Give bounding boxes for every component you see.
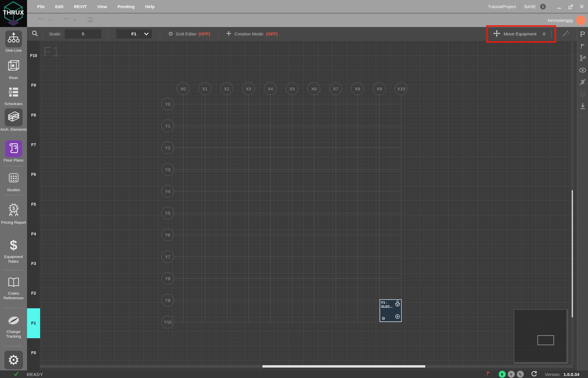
- redo-dropdown-icon[interactable]: [73, 18, 77, 23]
- floor-selector-dropdown[interactable]: F1: [116, 29, 152, 39]
- minimap-viewport[interactable]: [537, 335, 554, 345]
- eye-icon[interactable]: [578, 66, 587, 74]
- power-off-icon[interactable]: [517, 371, 524, 378]
- x-axis-bubble-x4[interactable]: X4: [264, 82, 277, 95]
- sidebar-item-change-tracking[interactable]: Change Tracking: [0, 313, 27, 339]
- menu-item-revit[interactable]: REVIT: [74, 4, 87, 9]
- floor-label-f8[interactable]: F8: [27, 113, 40, 117]
- sidebar-item-settings[interactable]: ⚙: [0, 351, 27, 369]
- horizontal-scrollbar-thumb[interactable]: [262, 365, 425, 368]
- y-axis-bubble-y8[interactable]: Y8: [161, 272, 174, 285]
- y-axis-bubble-y5[interactable]: Y5: [161, 207, 174, 219]
- x-axis-bubble-x5[interactable]: X5: [286, 82, 299, 95]
- y-axis-bubble-y10[interactable]: Y10: [161, 316, 174, 328]
- menu-item-edit[interactable]: Edit: [55, 4, 63, 9]
- floor-label-f7[interactable]: F7: [27, 142, 40, 147]
- floor-label-f6[interactable]: F6: [27, 172, 40, 177]
- y-axis-bubble-y6[interactable]: Y6: [161, 228, 174, 241]
- horizontal-scrollbar[interactable]: [40, 365, 573, 368]
- equipment-node[interactable]: F1 - ELEC... ⚙: [380, 299, 402, 322]
- sidebar-item-studies[interactable]: Studies: [0, 170, 27, 192]
- no-cost-icon[interactable]: $: [578, 78, 587, 86]
- sidebar-item-schedules[interactable]: Schedules: [0, 84, 27, 106]
- flag-icon[interactable]: [578, 42, 587, 51]
- y-axis-bubble-y7[interactable]: Y7: [161, 250, 174, 263]
- logo-text: THRUX: [3, 9, 24, 16]
- equipment-add-icon[interactable]: [395, 314, 400, 320]
- floor-label-f0[interactable]: F0: [27, 350, 40, 355]
- x-axis-bubble-x6[interactable]: X6: [308, 82, 320, 95]
- y-axis-bubble-y0[interactable]: Y0: [161, 98, 174, 110]
- refresh-icon[interactable]: [531, 370, 537, 378]
- x-axis-bubble-x7[interactable]: X7: [329, 82, 342, 95]
- avatar[interactable]: [576, 15, 586, 25]
- scale-label: Scale:: [49, 31, 61, 36]
- pricing-report-icon: $: [6, 202, 21, 218]
- equipment-rates-icon: $: [10, 239, 17, 252]
- floor-label-f2[interactable]: F2: [27, 291, 40, 295]
- x-axis-bubble-x10[interactable]: X10: [395, 82, 408, 95]
- vertical-scrollbar-thumb[interactable]: [572, 190, 573, 317]
- sidebar-item-floor-plans[interactable]: Floor Plans: [0, 140, 27, 163]
- power-idle-icon[interactable]: [508, 371, 515, 378]
- y-axis-bubble-y2[interactable]: Y2: [161, 141, 174, 154]
- menu-item-help[interactable]: Help: [145, 4, 155, 9]
- sidebar-item-arch-elements[interactable]: Arch. Elements: [0, 108, 27, 132]
- branch-icon[interactable]: [578, 54, 587, 62]
- y-axis-bubble-y3[interactable]: Y3: [161, 163, 174, 176]
- save-icon[interactable]: [87, 17, 94, 24]
- undo-icon[interactable]: [37, 16, 44, 24]
- restore-icon[interactable]: [568, 4, 573, 9]
- floor-label-f10[interactable]: F10: [27, 53, 40, 58]
- y-axis-bubble-y4[interactable]: Y4: [161, 185, 174, 198]
- scale-input[interactable]: [65, 29, 101, 39]
- floor-label-f9[interactable]: F9: [27, 83, 40, 87]
- magic-wand-icon[interactable]: [562, 30, 569, 38]
- y-axis-bubble-y1[interactable]: Y1: [161, 119, 174, 132]
- x-axis-bubble-x3[interactable]: X3: [242, 82, 255, 95]
- floor-watermark: F1: [43, 44, 60, 60]
- minimize-icon[interactable]: [557, 4, 562, 9]
- sidebar-item-riser[interactable]: Riser: [0, 58, 27, 80]
- move-equipment-button[interactable]: Move Equipment 0: [488, 27, 554, 40]
- floor-label-f1[interactable]: F1: [27, 321, 40, 325]
- sidebar-item-one-line[interactable]: One-Line: [0, 31, 27, 53]
- grid-sphere-icon[interactable]: [578, 89, 587, 98]
- power-on-icon[interactable]: [499, 371, 506, 378]
- floor-label-f3[interactable]: F3: [27, 261, 40, 266]
- download-icon[interactable]: [578, 101, 587, 110]
- menu-item-pending[interactable]: Pending: [117, 4, 135, 9]
- y-axis-bubble-y9[interactable]: Y9: [161, 294, 174, 307]
- sidebar-item-codes-references[interactable]: Codes References: [0, 276, 27, 300]
- menubar-items: FileEditREVITViewPendingHelp: [37, 4, 155, 9]
- x-axis-bubble-x9[interactable]: X9: [373, 82, 386, 95]
- cube-3d-icon[interactable]: [395, 300, 401, 308]
- floor-plan-canvas[interactable]: F1 F10F9F8F7F6F5F4F3F2F1F0 X0X1X2X3X4X5X…: [27, 41, 577, 370]
- p-panel-icon[interactable]: P: [580, 30, 585, 39]
- info-icon[interactable]: i: [540, 4, 546, 10]
- grid-line-horizontal: [174, 300, 401, 300]
- creation-mode-label[interactable]: Creation Mode:: [234, 31, 264, 36]
- status-flag-icon[interactable]: [486, 371, 492, 378]
- menu-item-file[interactable]: File: [37, 4, 45, 9]
- minimap[interactable]: [514, 309, 568, 364]
- floor-label-f5[interactable]: F5: [27, 202, 40, 207]
- undo-dropdown-icon[interactable]: [48, 18, 52, 23]
- vertical-scrollbar[interactable]: [571, 41, 574, 365]
- sidebar-item-pricing-report[interactable]: $ Pricing Report: [0, 201, 27, 225]
- grid-editor-label[interactable]: Grid Editor: [176, 31, 197, 36]
- x-axis-bubble-x1[interactable]: X1: [199, 82, 211, 95]
- close-icon[interactable]: [580, 4, 584, 9]
- zoom-search-icon[interactable]: [31, 30, 38, 38]
- floor-strip: F10F9F8F7F6F5F4F3F2F1F0: [27, 41, 40, 370]
- sidebar-item-equipment-rates[interactable]: $ Equipment Rates: [0, 237, 27, 264]
- svg-text:$: $: [12, 206, 15, 211]
- redo-icon[interactable]: [62, 16, 69, 24]
- menu-item-view[interactable]: View: [97, 4, 107, 9]
- x-axis-bubble-x8[interactable]: X8: [351, 82, 364, 95]
- x-axis-bubble-x0[interactable]: X0: [177, 82, 190, 95]
- equipment-gear-icon[interactable]: ⚙: [382, 316, 385, 320]
- floor-label-f4[interactable]: F4: [27, 232, 40, 236]
- grid-line-vertical: [401, 95, 401, 322]
- x-axis-bubble-x2[interactable]: X2: [220, 82, 233, 95]
